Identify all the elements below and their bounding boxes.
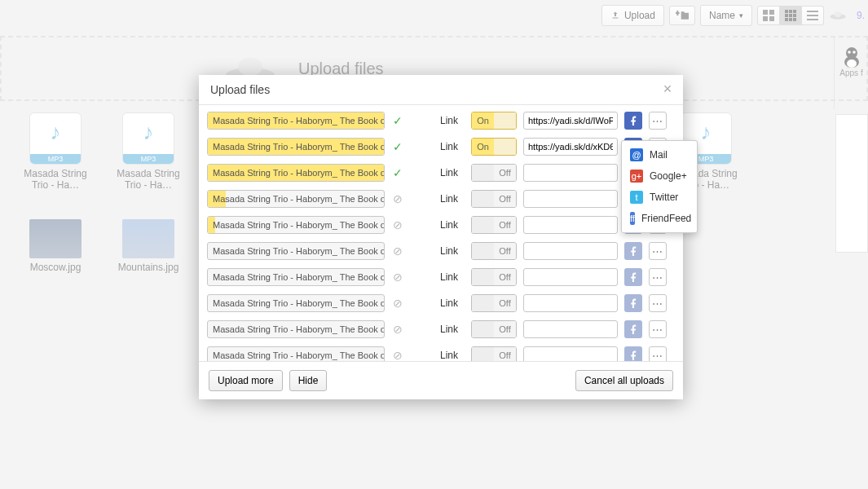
link-label: Link xyxy=(440,141,465,152)
cancel-upload-icon[interactable]: ⊘ xyxy=(393,192,403,205)
link-toggle[interactable]: On xyxy=(471,112,517,130)
upload-row: Masada String Trio - Haborym_ The Book o… xyxy=(207,164,678,182)
cancel-upload-icon[interactable]: ⊘ xyxy=(393,244,403,258)
share-url-input[interactable] xyxy=(523,138,618,156)
cancel-upload-icon[interactable]: ⊘ xyxy=(393,323,403,336)
share-url-input[interactable] xyxy=(523,346,618,361)
upload-filename: Masada String Trio - Haborym_ The Book o… xyxy=(207,164,385,182)
cancel-upload-icon[interactable]: ⊘ xyxy=(393,218,403,231)
upload-filename: Masada String Trio - Haborym_ The Book o… xyxy=(207,268,385,286)
cancel-all-button[interactable]: Cancel all uploads xyxy=(575,370,673,391)
more-share-button[interactable]: ⋯ xyxy=(649,346,667,361)
share-url-input[interactable] xyxy=(523,294,618,312)
share-menu: @Mail g+Google+ tTwitter ffFriendFeed xyxy=(621,140,698,233)
link-label: Link xyxy=(440,167,465,178)
hide-button[interactable]: Hide xyxy=(289,370,328,391)
share-url-input[interactable] xyxy=(523,268,618,286)
upload-filename: Masada String Trio - Haborym_ The Book o… xyxy=(207,112,385,130)
link-toggle[interactable]: Off xyxy=(471,294,517,312)
more-share-button[interactable]: ⋯ xyxy=(649,242,667,260)
upload-rows: Masada String Trio - Haborym_ The Book o… xyxy=(199,105,683,361)
link-toggle[interactable]: Off xyxy=(471,268,517,286)
share-twitter[interactable]: tTwitter xyxy=(622,187,697,208)
upload-filename: Masada String Trio - Haborym_ The Book o… xyxy=(207,138,385,156)
link-label: Link xyxy=(440,350,465,361)
facebook-share-button[interactable] xyxy=(624,346,642,361)
share-url-input[interactable] xyxy=(523,320,618,338)
link-toggle[interactable]: Off xyxy=(471,320,517,338)
link-label: Link xyxy=(440,193,465,205)
share-friendfeed[interactable]: ffFriendFeed xyxy=(622,208,697,229)
upload-row: Masada String Trio - Haborym_ The Book o… xyxy=(207,216,678,234)
cancel-upload-icon[interactable]: ⊘ xyxy=(393,297,403,310)
link-label: Link xyxy=(440,324,465,335)
close-icon[interactable]: × xyxy=(660,82,675,96)
cancel-upload-icon[interactable]: ⊘ xyxy=(393,271,403,284)
upload-row: Masada String Trio - Haborym_ The Book o… xyxy=(207,242,678,260)
upload-row: Masada String Trio - Haborym_ The Book o… xyxy=(207,346,678,361)
share-url-input[interactable] xyxy=(523,190,618,208)
facebook-share-button[interactable] xyxy=(624,294,642,312)
link-label: Link xyxy=(440,115,465,126)
facebook-share-button[interactable] xyxy=(624,320,642,338)
link-toggle[interactable]: Off xyxy=(471,190,517,208)
check-icon: ✓ xyxy=(393,166,403,179)
cancel-upload-icon[interactable]: ⊘ xyxy=(393,349,403,361)
share-url-input[interactable] xyxy=(523,242,618,260)
check-icon: ✓ xyxy=(393,114,403,127)
more-share-button[interactable]: ⋯ xyxy=(649,112,667,130)
link-toggle[interactable]: Off xyxy=(471,164,517,182)
upload-modal: Upload files × Masada String Trio - Habo… xyxy=(199,75,683,399)
link-toggle[interactable]: Off xyxy=(471,242,517,260)
link-label: Link xyxy=(440,297,465,309)
link-toggle[interactable]: Off xyxy=(471,346,517,361)
upload-more-button[interactable]: Upload more xyxy=(209,370,283,391)
link-toggle[interactable]: On xyxy=(471,138,517,156)
upload-row: Masada String Trio - Haborym_ The Book o… xyxy=(207,320,678,338)
link-toggle[interactable]: Off xyxy=(471,216,517,234)
upload-filename: Masada String Trio - Haborym_ The Book o… xyxy=(207,242,385,260)
link-label: Link xyxy=(440,245,465,257)
share-mail[interactable]: @Mail xyxy=(622,144,697,165)
more-share-button[interactable]: ⋯ xyxy=(649,294,667,312)
upload-row: Masada String Trio - Haborym_ The Book o… xyxy=(207,294,678,312)
link-label: Link xyxy=(440,271,465,283)
upload-row: Masada String Trio - Haborym_ The Book o… xyxy=(207,112,678,130)
facebook-share-button[interactable] xyxy=(624,242,642,260)
upload-filename: Masada String Trio - Haborym_ The Book o… xyxy=(207,346,385,361)
check-icon: ✓ xyxy=(393,140,403,153)
upload-filename: Masada String Trio - Haborym_ The Book o… xyxy=(207,320,385,338)
link-label: Link xyxy=(440,219,465,231)
upload-row: Masada String Trio - Haborym_ The Book o… xyxy=(207,138,678,156)
upload-filename: Masada String Trio - Haborym_ The Book o… xyxy=(207,294,385,312)
more-share-button[interactable]: ⋯ xyxy=(649,320,667,338)
share-url-input[interactable] xyxy=(523,216,618,234)
share-googleplus[interactable]: g+Google+ xyxy=(622,165,697,187)
facebook-share-button[interactable] xyxy=(624,112,642,130)
more-share-button[interactable]: ⋯ xyxy=(649,268,667,286)
share-url-input[interactable] xyxy=(523,112,618,130)
upload-row: Masada String Trio - Haborym_ The Book o… xyxy=(207,268,678,286)
modal-footer: Upload more Hide Cancel all uploads xyxy=(199,361,683,399)
facebook-share-button[interactable] xyxy=(624,268,642,286)
modal-title: Upload files xyxy=(210,83,270,96)
upload-row: Masada String Trio - Haborym_ The Book o… xyxy=(207,190,678,208)
share-url-input[interactable] xyxy=(523,164,618,182)
upload-filename: Masada String Trio - Haborym_ The Book o… xyxy=(207,190,385,208)
modal-header: Upload files × xyxy=(199,75,683,105)
upload-filename: Masada String Trio - Haborym_ The Book o… xyxy=(207,216,385,234)
